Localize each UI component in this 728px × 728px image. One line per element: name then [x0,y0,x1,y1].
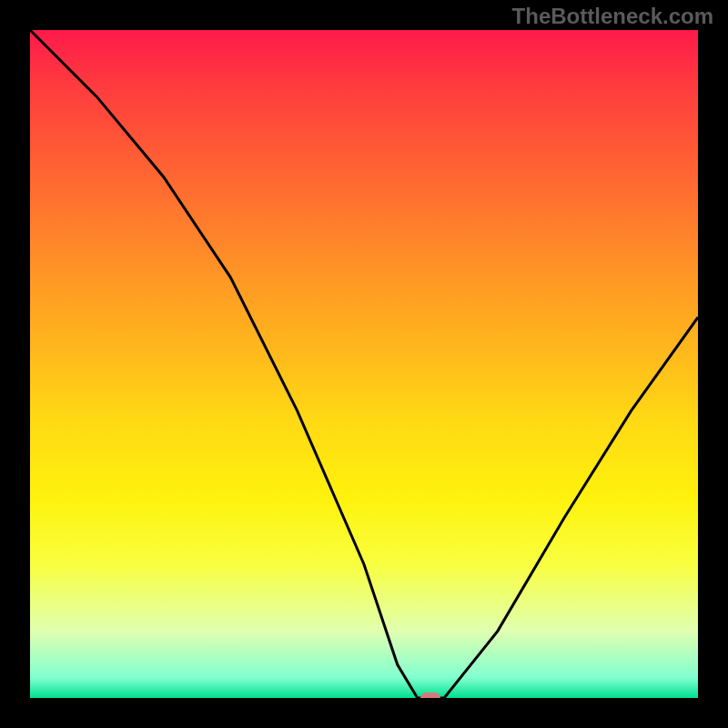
watermark-label: TheBottleneck.com [512,4,713,29]
chart-plot-area [30,30,698,698]
optimal-point-marker [420,693,440,698]
bottleneck-curve [30,30,698,698]
